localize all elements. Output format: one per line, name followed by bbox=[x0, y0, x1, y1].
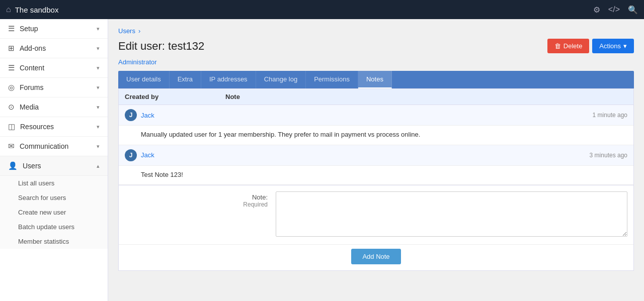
chevron-resources: ▾ bbox=[97, 124, 100, 130]
sidebar-label-addons: Add-ons bbox=[20, 44, 97, 52]
sidebar-item-users[interactable]: 👤 Users ▴ bbox=[0, 156, 108, 176]
home-icon[interactable]: ⌂ bbox=[6, 5, 11, 14]
trash-icon: 🗑 bbox=[554, 42, 561, 50]
tab-permissions[interactable]: Permissions bbox=[306, 71, 358, 88]
actions-label: Actions bbox=[599, 42, 621, 50]
breadcrumb-parent[interactable]: Users bbox=[118, 27, 135, 35]
chevron-content: ▾ bbox=[97, 65, 100, 71]
resources-icon: ◫ bbox=[8, 122, 15, 131]
note-timestamp-2: 3 minutes ago bbox=[590, 152, 627, 159]
note-input-col bbox=[276, 191, 627, 238]
content-area: Users › Edit user: test132 🗑 Delete Acti… bbox=[108, 19, 644, 279]
note-author-row-2: J Jack 3 minutes ago bbox=[119, 145, 633, 166]
sidebar-label-communication: Communication bbox=[20, 142, 97, 150]
tab-change-log[interactable]: Change log bbox=[256, 71, 306, 88]
tab-ip-addresses[interactable]: IP addresses bbox=[201, 71, 256, 88]
sidebar-label-setup: Setup bbox=[20, 25, 97, 33]
note-avatar-2: J bbox=[125, 149, 137, 161]
chevron-communication: ▾ bbox=[97, 143, 100, 150]
actions-button[interactable]: Actions ▾ bbox=[592, 39, 634, 53]
add-note-form: Note: Required Add Note bbox=[118, 185, 634, 271]
content-icon: ☰ bbox=[8, 63, 15, 72]
sidebar-sub-member-stats[interactable]: Member statistics bbox=[0, 234, 108, 249]
sidebar-item-media[interactable]: ⊙ Media ▾ bbox=[0, 97, 108, 117]
sidebar-item-setup[interactable]: ☰ Setup ▾ bbox=[0, 19, 108, 39]
note-text-1: Manually updated user for 1 year members… bbox=[119, 126, 633, 145]
actions-chevron: ▾ bbox=[623, 42, 627, 50]
tab-notes[interactable]: Notes bbox=[358, 71, 392, 88]
search-icon[interactable]: 🔍 bbox=[628, 5, 638, 15]
notes-table: Created by Note J Jack 1 minute ago Manu… bbox=[118, 88, 634, 185]
sidebar-sub-list-all-users[interactable]: List all users bbox=[0, 176, 108, 190]
users-icon: 👤 bbox=[8, 161, 18, 170]
note-avatar-1: J bbox=[125, 109, 137, 121]
col-header-created: Created by bbox=[125, 93, 225, 101]
note-entry-1: J Jack 1 minute ago Manually updated use… bbox=[119, 105, 633, 145]
sidebar-label-forums: Forums bbox=[20, 83, 97, 91]
sidebar-item-addons[interactable]: ⊞ Add-ons ▾ bbox=[0, 39, 108, 58]
page-title: Edit user: test132 bbox=[118, 40, 547, 53]
sidebar-sub-create-user[interactable]: Create new user bbox=[0, 205, 108, 220]
nav-icons: ⚙ </> 🔍 bbox=[593, 5, 638, 15]
note-field-label: Note: bbox=[252, 193, 268, 201]
sidebar-label-media: Media bbox=[20, 103, 97, 111]
chevron-users: ▴ bbox=[97, 163, 100, 169]
form-actions: Add Note bbox=[119, 244, 633, 270]
addons-icon: ⊞ bbox=[8, 44, 15, 53]
note-required-label: Required bbox=[125, 201, 268, 208]
col-header-note: Note bbox=[225, 93, 627, 101]
settings-icon[interactable]: ⚙ bbox=[593, 5, 600, 15]
sidebar-label-content: Content bbox=[20, 64, 97, 72]
note-entry-2: J Jack 3 minutes ago Test Note 123! bbox=[119, 145, 633, 185]
tab-user-details[interactable]: User details bbox=[118, 71, 170, 88]
delete-button[interactable]: 🗑 Delete bbox=[547, 39, 590, 53]
setup-icon: ☰ bbox=[8, 24, 15, 33]
sidebar-label-users: Users bbox=[23, 162, 97, 170]
role-badge: Administrator bbox=[118, 58, 634, 66]
sidebar-item-communication[interactable]: ✉ Communication ▾ bbox=[0, 137, 108, 156]
main-content: Users › Edit user: test132 🗑 Delete Acti… bbox=[108, 19, 644, 301]
app-title: The sandbox bbox=[15, 6, 593, 14]
media-icon: ⊙ bbox=[8, 103, 15, 112]
delete-label: Delete bbox=[564, 42, 583, 50]
note-form-row: Note: Required bbox=[119, 185, 633, 244]
chevron-addons: ▾ bbox=[97, 45, 100, 52]
forums-icon: ◎ bbox=[8, 83, 15, 92]
header-actions: 🗑 Delete Actions ▾ bbox=[547, 39, 634, 53]
sidebar-item-content[interactable]: ☰ Content ▾ bbox=[0, 58, 108, 78]
sidebar-sub-users: List all users Search for users Create n… bbox=[0, 176, 108, 249]
sidebar-item-forums[interactable]: ◎ Forums ▾ bbox=[0, 78, 108, 97]
page-header: Edit user: test132 🗑 Delete Actions ▾ bbox=[118, 39, 634, 53]
tabs-bar: User details Extra IP addresses Change l… bbox=[118, 71, 634, 88]
sidebar-label-resources: Resources bbox=[20, 123, 97, 131]
breadcrumb-separator: › bbox=[138, 27, 140, 35]
sidebar-item-resources[interactable]: ◫ Resources ▾ bbox=[0, 117, 108, 137]
communication-icon: ✉ bbox=[8, 142, 15, 151]
note-text-2: Test Note 123! bbox=[119, 166, 633, 185]
chevron-media: ▾ bbox=[97, 104, 100, 111]
main-layout: ☰ Setup ▾ ⊞ Add-ons ▾ ☰ Content ▾ ◎ Foru… bbox=[0, 19, 644, 301]
top-navigation: ⌂ The sandbox ⚙ </> 🔍 bbox=[0, 0, 644, 19]
sidebar: ☰ Setup ▾ ⊞ Add-ons ▾ ☰ Content ▾ ◎ Foru… bbox=[0, 19, 108, 301]
breadcrumb: Users › bbox=[118, 27, 634, 35]
add-note-button[interactable]: Add Note bbox=[351, 249, 400, 264]
note-timestamp-1: 1 minute ago bbox=[593, 112, 627, 119]
sidebar-sub-search-users[interactable]: Search for users bbox=[0, 190, 108, 205]
chevron-setup: ▾ bbox=[97, 26, 100, 32]
notes-table-header: Created by Note bbox=[119, 89, 633, 105]
sidebar-sub-batch-update[interactable]: Batch update users bbox=[0, 220, 108, 234]
note-author-row-1: J Jack 1 minute ago bbox=[119, 105, 633, 126]
chevron-forums: ▾ bbox=[97, 84, 100, 91]
note-author-name-1[interactable]: Jack bbox=[141, 112, 593, 119]
tab-extra[interactable]: Extra bbox=[170, 71, 201, 88]
code-icon[interactable]: </> bbox=[608, 5, 620, 14]
note-author-name-2[interactable]: Jack bbox=[141, 151, 590, 159]
note-textarea[interactable] bbox=[276, 191, 627, 237]
note-label-col: Note: Required bbox=[125, 191, 276, 238]
